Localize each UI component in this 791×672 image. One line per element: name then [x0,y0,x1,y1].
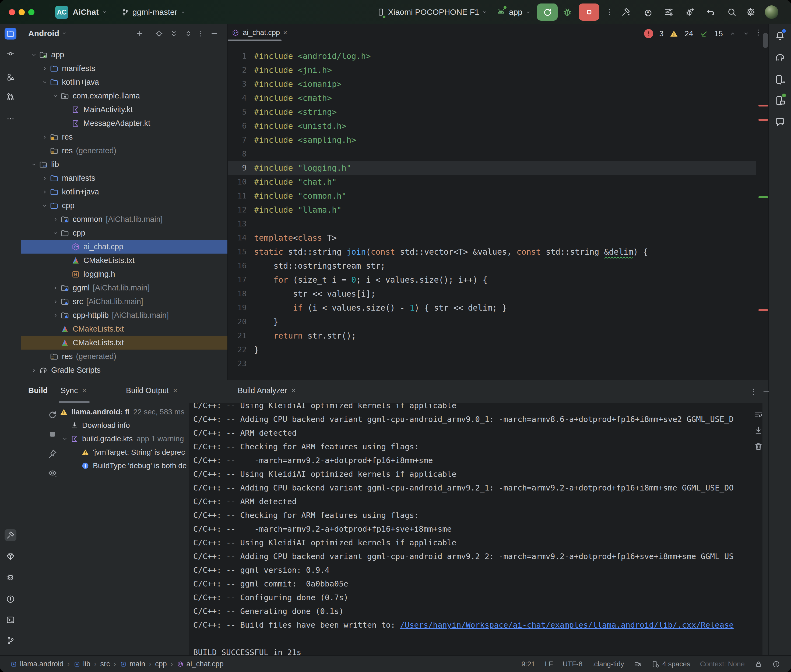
code-line-10[interactable]: 10#include "chat.h" [228,175,756,189]
breadcrumb-item-main[interactable]: main [120,660,145,668]
problems-button[interactable] [5,593,16,605]
hide-panel-button[interactable] [210,29,218,38]
chevron-down-icon[interactable] [40,77,50,87]
ok-stripe-mark[interactable] [759,196,768,198]
inspections-widget[interactable]: ! 3 24 15 [644,29,750,38]
minimize-window-button[interactable] [19,9,25,15]
context-widget[interactable]: Context: None [700,660,745,668]
prev-problem-icon[interactable] [729,30,736,37]
exclamation-icon[interactable] [772,660,780,668]
chevron-right-icon[interactable] [40,173,50,183]
code-line-14[interactable]: 14template<class T> [228,231,756,245]
build-tree-item[interactable]: llama.android: fi22 sec, 583 ms [21,405,188,419]
next-problem-icon[interactable] [742,30,750,37]
code-line-7[interactable]: 7#include <sampling.h> [228,133,756,147]
close-tab-icon[interactable]: × [82,386,86,395]
file-encoding[interactable]: UTF-8 [563,660,583,668]
tree-item-cmakelists-txt[interactable]: CMakeLists.txt [21,254,228,267]
project-view-selector[interactable]: Android [28,29,67,38]
sync-project-button[interactable] [706,0,716,24]
code-line-20[interactable]: 20 } [228,315,756,329]
notifications-button[interactable] [774,30,786,42]
lock-icon[interactable] [754,660,762,668]
soft-wrap-icon[interactable] [754,409,763,419]
error-stripe-mark[interactable] [759,119,768,121]
version-control-button[interactable] [5,635,16,646]
settings-button[interactable] [746,0,756,24]
apply-changes-button[interactable]: A [643,0,653,24]
code-line-2[interactable]: 2#include <jni.h> [228,63,756,77]
tree-item-manifests[interactable]: manifests [21,171,228,185]
error-stripe-mark[interactable] [759,105,768,107]
tree-item-kotlin-java[interactable]: kotlin+java [21,185,228,199]
breadcrumb-item-lib[interactable]: lib [74,660,90,668]
pull-requests-button[interactable] [5,91,16,103]
chevron-down-icon[interactable] [29,160,39,170]
code-line-19[interactable]: 19 if (i < values.size() - 1) { str << d… [228,301,756,315]
chevron-right-icon[interactable] [40,64,50,74]
tree-item-cpp[interactable]: cpp [21,226,228,240]
rerun-button[interactable] [537,3,558,21]
chevron-right-icon[interactable] [40,187,50,197]
tree-item-app[interactable]: app [21,48,228,62]
tree-item-cpp-httplib[interactable]: cpp-httplib[AiChat.lib.main] [21,309,228,322]
expand-all-button[interactable] [170,29,178,38]
gemini-button[interactable] [774,116,786,128]
tree-item-lib[interactable]: lib [21,158,228,171]
tree-item-ai-chat-cpp[interactable]: Cai_chat.cpp [21,240,228,254]
debug-button[interactable] [562,0,573,24]
inspections-config-icon[interactable] [634,660,642,668]
breadcrumb-item-src[interactable]: src [100,660,110,668]
tab-ai-chat-cpp[interactable]: C ai_chat.cpp × [228,24,294,41]
app-insights-button[interactable] [5,551,16,563]
tree-item-cmakelists-txt[interactable]: CMakeLists.txt [21,322,228,336]
collapse-all-button[interactable] [184,29,193,38]
tree-item-mainactivity-kt[interactable]: MainActivity.kt [21,103,228,117]
chevron-down-icon[interactable] [29,50,39,60]
editor-scrollbar[interactable] [763,33,768,48]
project-selector[interactable]: AiChat [73,0,107,24]
code-line-1[interactable]: 1#include <android/log.h> [228,49,756,63]
clear-console-icon[interactable] [754,442,763,451]
logcat-button[interactable] [5,572,16,584]
close-tab-icon[interactable]: × [292,386,295,395]
chevron-down-icon[interactable] [49,406,59,418]
breadcrumb-item-llama-android[interactable]: llama.android [10,660,64,668]
code-editor[interactable]: 1#include <android/log.h>2#include <jni.… [228,42,756,387]
chevron-down-icon[interactable] [51,228,60,238]
caret-position[interactable]: 9:21 [521,660,535,668]
tree-item-logging-h[interactable]: logging.h [21,267,228,281]
chevron-down-icon[interactable] [51,91,60,101]
code-line-6[interactable]: 6#include <unistd.h> [228,119,756,133]
tree-item-messageadapter-kt[interactable]: MessageAdapter.kt [21,117,228,130]
commit-tool-button[interactable] [5,48,16,60]
build-tree-item[interactable]: build.gradle.ktsapp 1 warning [21,432,188,446]
code-line-4[interactable]: 4#include <cmath> [228,91,756,105]
breadcrumb-item-ai-chat-cpp[interactable]: Cai_chat.cpp [177,660,224,668]
code-line-3[interactable]: 3#include <iomanip> [228,77,756,91]
tree-item-res[interactable]: res(generated) [21,350,228,363]
maximize-window-button[interactable] [28,9,34,15]
editor-options-button[interactable] [754,28,763,37]
tab-build-analyzer[interactable]: Build Analyzer× [237,386,295,395]
profiler-button[interactable] [664,0,674,24]
tree-item-kotlin-java[interactable]: kotlin+java [21,75,228,89]
run-config-selector[interactable]: app [496,0,531,24]
search-button[interactable] [727,0,737,24]
chevron-down-icon[interactable] [59,434,70,444]
panel-options-button[interactable] [196,29,205,38]
attach-debugger-button[interactable] [685,0,695,24]
build-console[interactable]: C/C++: -- Using KleidiAI optimized kerne… [189,403,762,656]
tree-item-res[interactable]: res(generated) [21,144,228,158]
code-line-8[interactable]: 8 [228,147,756,161]
error-stripe-mark[interactable] [759,309,768,311]
chevron-right-icon[interactable] [51,310,60,320]
code-line-22[interactable]: 22} [228,342,756,357]
breadcrumb-item-cpp[interactable]: cpp [155,660,167,668]
tree-item-manifests[interactable]: manifests [21,62,228,75]
line-separator[interactable]: LF [545,660,553,668]
build-tool-button[interactable] [5,529,16,541]
code-line-16[interactable]: 16 std::ostringstream str; [228,259,756,273]
terminal-button[interactable] [5,614,16,626]
tree-item-cmakelists-txt[interactable]: CMakeLists.txt [21,336,228,350]
